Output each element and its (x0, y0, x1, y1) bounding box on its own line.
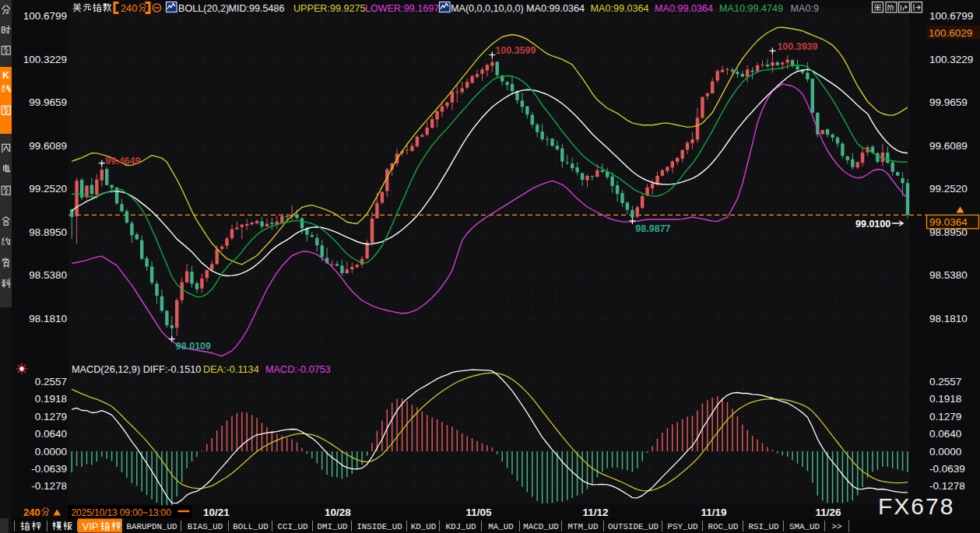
svg-text:98.5380: 98.5380 (29, 269, 67, 281)
svg-text:99.0100: 99.0100 (855, 219, 890, 230)
svg-text:98.5380: 98.5380 (929, 269, 968, 281)
svg-text:100.6799: 100.6799 (23, 10, 67, 22)
svg-text:SMA_UD: SMA_UD (789, 522, 820, 531)
svg-text:MA(0,0,0,10,0,0): MA(0,0,0,10,0,0) (451, 3, 524, 14)
svg-text:FX678: FX678 (878, 493, 954, 519)
svg-text:CCI_UD: CCI_UD (278, 522, 308, 531)
svg-text:99.2520: 99.2520 (929, 183, 968, 195)
svg-text:100.3229: 100.3229 (23, 54, 67, 65)
svg-text:MA10:99.4749: MA10:99.4749 (719, 3, 783, 14)
svg-text:0.0000: 0.0000 (929, 446, 961, 458)
svg-text:0.1279: 0.1279 (929, 411, 961, 423)
svg-text:98.1810: 98.1810 (929, 313, 968, 324)
svg-text:INSIDE_UD: INSIDE_UD (357, 522, 402, 531)
svg-text:98.9877: 98.9877 (635, 223, 670, 234)
svg-text:VIP: VIP (83, 521, 99, 532)
svg-text:98.1810: 98.1810 (29, 313, 67, 324)
svg-text:10/21: 10/21 (203, 507, 230, 518)
svg-text:100.3939: 100.3939 (777, 41, 817, 52)
svg-text:99.9659: 99.9659 (929, 96, 968, 108)
svg-text:240: 240 (121, 2, 137, 14)
svg-text:-0.0639: -0.0639 (929, 463, 965, 475)
svg-text:0.1279: 0.1279 (35, 411, 67, 423)
svg-text:11/12: 11/12 (582, 507, 608, 518)
svg-text:RSI_UD: RSI_UD (749, 522, 779, 531)
svg-text:99.2520: 99.2520 (29, 183, 67, 195)
svg-text:11/05: 11/05 (465, 507, 492, 518)
svg-text:0.1918: 0.1918 (929, 393, 961, 405)
svg-text:MA0:99.0364: MA0:99.0364 (591, 3, 649, 14)
svg-text:2025/10/13 09:00~13:00: 2025/10/13 09:00~13:00 (72, 507, 172, 518)
svg-text:11/26: 11/26 (815, 507, 841, 518)
svg-text:KDJ_UD: KDJ_UD (446, 522, 476, 531)
svg-text:99.9659: 99.9659 (29, 96, 67, 108)
svg-text:ROC_UD: ROC_UD (708, 522, 739, 531)
svg-text:K: K (2, 70, 9, 81)
svg-text:UPPER:99.9275: UPPER:99.9275 (293, 3, 365, 14)
svg-text:BIAS_UD: BIAS_UD (188, 522, 223, 531)
svg-text:-0.1278: -0.1278 (929, 480, 965, 492)
svg-text:BARUPDN_UD: BARUPDN_UD (127, 522, 177, 531)
svg-text:MACD:-0.0753: MACD:-0.0753 (265, 364, 331, 375)
svg-text:OUTSIDE_UD: OUTSIDE_UD (608, 522, 659, 531)
svg-text:98.8950: 98.8950 (29, 226, 67, 238)
svg-text:>>: >> (832, 522, 842, 531)
svg-text:100.6029: 100.6029 (929, 27, 972, 39)
svg-text:MA_UD: MA_UD (488, 522, 513, 531)
svg-text:0.1918: 0.1918 (35, 393, 67, 405)
svg-text:MID:99.5486: MID:99.5486 (229, 3, 285, 14)
svg-text:100.3229: 100.3229 (929, 54, 973, 65)
svg-text:0.0640: 0.0640 (929, 428, 961, 440)
svg-text:99.0364: 99.0364 (929, 216, 968, 228)
svg-text:11/19: 11/19 (701, 507, 726, 518)
svg-text:MTM_UD: MTM_UD (568, 522, 599, 531)
svg-text:99.4649: 99.4649 (105, 156, 140, 167)
svg-text:0.0640: 0.0640 (35, 428, 67, 440)
svg-text:98.0109: 98.0109 (176, 341, 211, 352)
svg-text:99.6089: 99.6089 (29, 140, 67, 152)
svg-text:KD_UD: KD_UD (411, 522, 436, 531)
svg-text:BOLL(20,2): BOLL(20,2) (178, 3, 229, 14)
svg-text:DMI_UD: DMI_UD (318, 522, 348, 531)
svg-text:0.2557: 0.2557 (929, 376, 961, 387)
svg-text:LOWER:99.1697: LOWER:99.1697 (365, 3, 439, 14)
svg-text:MA0:99.0364: MA0:99.0364 (655, 3, 713, 14)
svg-text:MACD_UD: MACD_UD (523, 522, 558, 531)
svg-text:MA0:99.0364: MA0:99.0364 (526, 3, 585, 14)
svg-text:BOLL_UD: BOLL_UD (233, 522, 268, 531)
svg-text:MACD(26,12,9) DIFF:-0.1510: MACD(26,12,9) DIFF:-0.1510 (72, 364, 201, 375)
svg-text:DEA:-0.1134: DEA:-0.1134 (203, 364, 259, 375)
svg-text:0.0000: 0.0000 (35, 446, 67, 458)
svg-text:-0.1278: -0.1278 (31, 480, 67, 492)
svg-text:PSY_UD: PSY_UD (668, 522, 698, 531)
svg-text:240: 240 (23, 507, 40, 518)
svg-text:0.2557: 0.2557 (35, 376, 67, 387)
svg-text:100.6799: 100.6799 (929, 10, 973, 22)
svg-text:10/28: 10/28 (325, 507, 351, 518)
svg-text:MA0:9: MA0:9 (791, 3, 819, 14)
svg-text:99.6089: 99.6089 (929, 140, 968, 152)
svg-text:100.3599: 100.3599 (495, 45, 536, 56)
svg-text:-0.0639: -0.0639 (31, 463, 67, 475)
